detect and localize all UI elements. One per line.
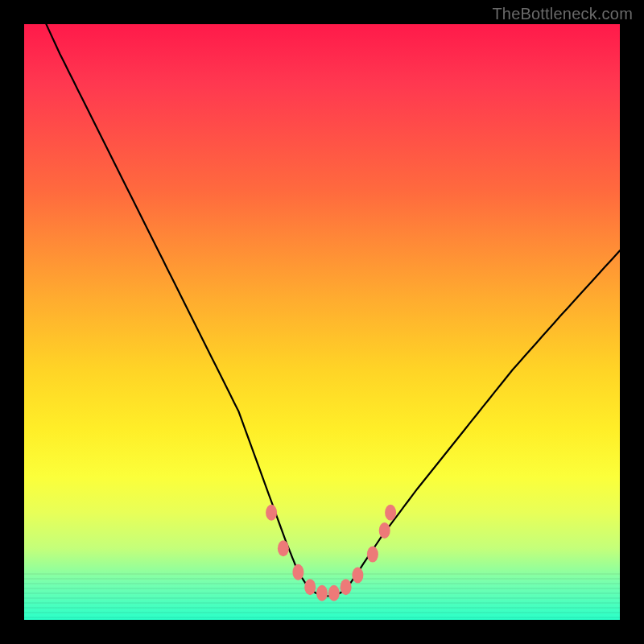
highlight-dot [385, 505, 396, 521]
highlight-dot [367, 547, 378, 563]
chart-svg [24, 24, 620, 620]
chart-plot-area [24, 24, 620, 620]
highlight-dot [379, 522, 390, 539]
chart-frame: TheBottleneck.com [0, 0, 644, 644]
highlight-dot [316, 585, 328, 601]
highlight-dot [352, 568, 363, 584]
bottleneck-curve-path [24, 0, 620, 596]
highlight-dots-group [266, 505, 396, 601]
highlight-dot [304, 579, 316, 595]
highlight-dot [292, 564, 303, 580]
highlight-dot [328, 585, 340, 601]
highlight-dot [341, 579, 352, 595]
highlight-dot [278, 540, 289, 556]
watermark-text: TheBottleneck.com [492, 5, 633, 23]
highlight-dot [266, 505, 277, 521]
